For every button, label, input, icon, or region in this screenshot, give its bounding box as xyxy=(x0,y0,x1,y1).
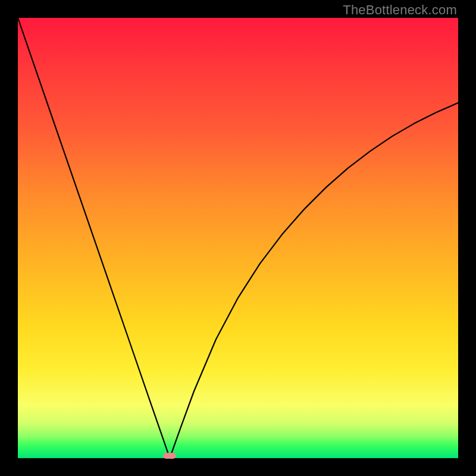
curve-path xyxy=(18,18,458,458)
chart-frame: TheBottleneck.com xyxy=(0,0,476,476)
bottleneck-curve xyxy=(18,18,458,458)
optimum-marker xyxy=(163,453,176,459)
watermark-text: TheBottleneck.com xyxy=(343,2,457,18)
plot-area xyxy=(18,18,458,458)
